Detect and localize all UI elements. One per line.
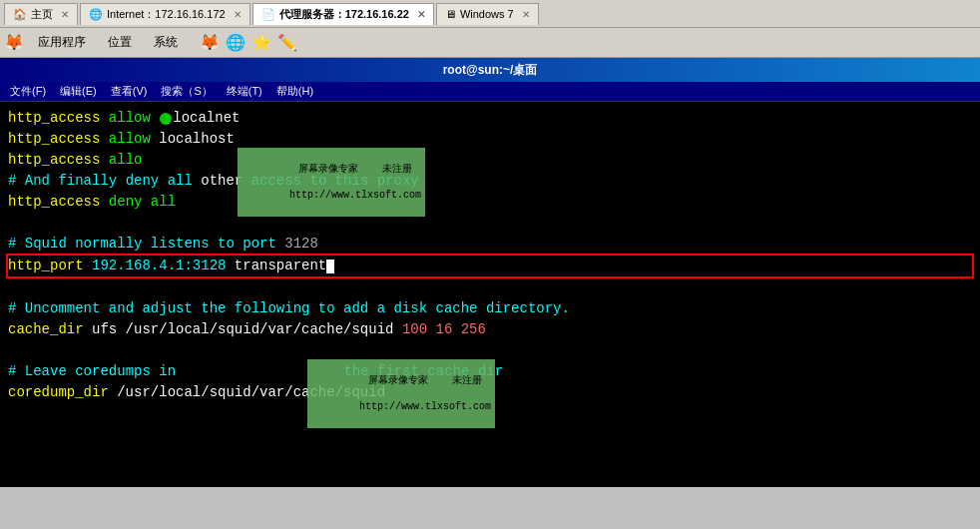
green-dot-icon [160,113,172,125]
terminal-title: root@sun:~/桌面 [443,62,538,79]
terminal-content: http_access allow localnet http_access a… [0,102,980,487]
home-icon: 🏠 [13,8,27,21]
terminal-line-12 [8,340,972,361]
terminal-line-9 [8,277,972,298]
tab-windows7[interactable]: 🖥 Windows 7 ✕ [436,3,539,25]
tab-home[interactable]: 🏠 主页 ✕ [4,3,78,25]
watermark-1: 屏幕录像专家 未注册 http://www.tlxsoft.com [238,148,425,217]
line1-allow: allow [109,108,151,129]
app-logo-icon: 🦊 [4,33,24,52]
terminal-menu-search[interactable]: 搜索（S） [155,83,218,100]
terminal-window: root@sun:~/桌面 文件(F) 编辑(E) 查看(V) 搜索（S） 终端… [0,58,980,487]
watermark-2: 屏幕录像专家 未注册 http://www.tlxsoft.com [307,359,495,428]
terminal-menu-help[interactable]: 帮助(H) [270,83,319,100]
tab-internet-close[interactable]: ✕ [234,9,242,20]
terminal-line-8: http_port 192.168.4.1:3128 transparent [8,256,972,276]
terminal-menubar: 文件(F) 编辑(E) 查看(V) 搜索（S） 终端(T) 帮助(H) [0,82,980,102]
terminal-cursor [326,260,334,273]
browser-icon3: ⭐ [251,33,271,52]
tab-proxy[interactable]: 📄 代理服务器：172.16.16.22 ✕ [252,3,434,25]
browser-icon4: ✏️ [277,33,297,52]
browser-icon1: 🦊 [200,33,220,52]
terminal-line-13: # Leave coredumps in 屏幕录像专家 未注册 http://w… [8,361,972,382]
tab-proxy-label: 代理服务器：172.16.16.22 [279,7,409,22]
terminal-line-7: # Squid normally listens to port 3128 [8,234,972,255]
terminal-line-2: http_access allow localhost [8,129,972,150]
terminal-line-1: http_access allow localnet [8,108,972,129]
browser-icon2: 🌐 [226,33,245,52]
terminal-line-3: http_access allo 屏幕录像专家 未注册 http://www.t… [8,150,972,171]
terminal-menu-view[interactable]: 查看(V) [105,83,154,100]
tab-windows7-label: Windows 7 [460,8,514,20]
terminal-line-5: http_access deny all [8,192,972,213]
menu-location[interactable]: 位置 [100,32,140,53]
terminal-line-10: # Uncomment and adjust the following to … [8,298,972,319]
terminal-line-11: cache_dir ufs /usr/local/squid/var/cache… [8,319,972,340]
tab-internet-label: Internet：172.16.16.172 [107,7,226,22]
tab-proxy-close[interactable]: ✕ [417,9,425,20]
tab-home-close[interactable]: ✕ [61,9,69,20]
tab-internet[interactable]: 🌐 Internet：172.16.16.172 ✕ [80,3,250,25]
browser-chrome: 🏠 主页 ✕ 🌐 Internet：172.16.16.172 ✕ 📄 代理服务… [0,0,980,58]
tab-home-label: 主页 [31,7,53,22]
terminal-titlebar: root@sun:~/桌面 [0,58,980,82]
tab-windows7-close[interactable]: ✕ [522,9,530,20]
browser-tabs-bar: 🏠 主页 ✕ 🌐 Internet：172.16.16.172 ✕ 📄 代理服务… [0,0,980,28]
line1-localnet: localnet [173,108,240,129]
terminal-line-4: # And finally deny all other access to t… [8,171,972,192]
terminal-menu-terminal[interactable]: 终端(T) [221,83,268,100]
menu-apps[interactable]: 应用程序 [30,32,94,53]
windows-icon: 🖥 [445,8,456,20]
terminal-menu-edit[interactable]: 编辑(E) [54,83,103,100]
terminal-menu-file[interactable]: 文件(F) [4,83,52,100]
app-menubar: 🦊 应用程序 位置 系统 🦊 🌐 ⭐ ✏️ [0,28,980,58]
menu-system[interactable]: 系统 [146,32,186,53]
proxy-icon: 📄 [261,8,275,21]
internet-icon: 🌐 [89,8,103,21]
line1-kw: http_access [8,108,109,129]
terminal-line-6 [8,213,972,234]
